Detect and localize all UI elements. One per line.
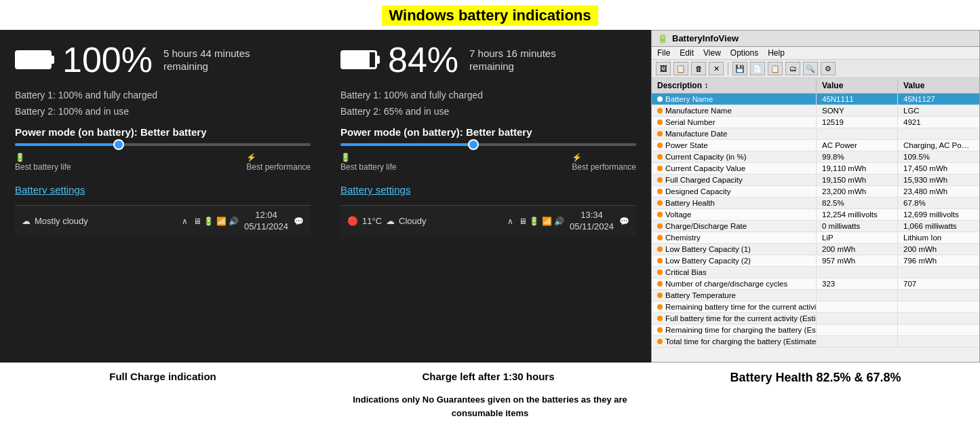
table-row[interactable]: Low Battery Capacity (1)200 mWh200 mWh bbox=[652, 244, 979, 255]
bat1-info-1: Battery 1: 100% and fully charged bbox=[15, 90, 311, 100]
table-row[interactable]: Full Charged Capacity19,150 mWh15,930 mW… bbox=[652, 174, 979, 186]
table-row[interactable]: Manufacture NameSONYLGC bbox=[652, 105, 979, 117]
taskbar-temp-2: 11°C bbox=[362, 216, 382, 226]
table-row[interactable]: Current Capacity Value19,110 mWh17,450 m… bbox=[652, 163, 979, 174]
biv-menubar[interactable]: File Edit View Options Help bbox=[652, 47, 979, 60]
row-val1 bbox=[817, 301, 898, 312]
battery-life-icon-1: 🔋 bbox=[15, 153, 25, 162]
table-row[interactable]: Battery Health82.5%67.8% bbox=[652, 198, 979, 209]
table-row[interactable]: Low Battery Capacity (2)957 mWh796 mWh bbox=[652, 255, 979, 267]
panels-container: 100% 5 hours 44 minutesremaining Battery… bbox=[0, 30, 980, 363]
menu-options[interactable]: Options bbox=[730, 48, 758, 58]
battery-main-2: 84% 7 hours 16 minutesremaining bbox=[340, 42, 636, 77]
table-row[interactable]: Battery Temperature bbox=[652, 290, 979, 301]
table-row[interactable]: Designed Capacity23,200 mWh23,480 mWh bbox=[652, 186, 979, 198]
row-val2 bbox=[898, 325, 979, 335]
slider-thumb-1[interactable] bbox=[113, 139, 124, 150]
row-val1: 323 bbox=[817, 278, 898, 289]
biv-titlebar: 🔋 BatteryInfoView bbox=[652, 31, 979, 47]
table-row[interactable]: Battery Name45N111145N1127 bbox=[652, 94, 979, 105]
row-indicator bbox=[657, 327, 663, 333]
row-indicator bbox=[657, 304, 663, 310]
weather-icon-2: ☁ bbox=[386, 216, 395, 226]
slider-container-1[interactable] bbox=[15, 143, 311, 146]
notif-container: 🔴 bbox=[347, 216, 358, 226]
taskbar-weather-1: Mostly cloudy bbox=[35, 216, 88, 226]
slider-container-2[interactable] bbox=[340, 143, 636, 146]
table-row[interactable]: Remaining time for charging the battery … bbox=[652, 325, 979, 336]
battery-time-2: 7 hours 16 minutesremaining bbox=[469, 47, 556, 73]
battery-time-1: 5 hours 44 minutesremaining bbox=[163, 47, 250, 73]
col-header-value2: Value bbox=[898, 79, 979, 92]
menu-edit[interactable]: Edit bbox=[680, 48, 694, 58]
toolbar-sep-1 bbox=[728, 62, 728, 75]
row-label: Critical Bias bbox=[665, 268, 707, 276]
biv-table-header: Description ↕ Value Value bbox=[652, 78, 979, 94]
table-row[interactable]: Voltage12,254 millivolts12,699 millivolt… bbox=[652, 209, 979, 221]
row-val2: Lithium Ion bbox=[898, 232, 979, 243]
toolbar-btn-4[interactable]: ✕ bbox=[709, 62, 724, 75]
page-title: Windows battery indications bbox=[382, 5, 597, 26]
toolbar-btn-9[interactable]: 🔍 bbox=[803, 62, 818, 75]
row-label: Chemistry bbox=[665, 234, 701, 242]
toolbar-btn-6[interactable]: 📄 bbox=[750, 62, 765, 75]
disclaimer-text: Indications only No Guarantees given on … bbox=[0, 388, 980, 420]
slider-label-left-2: 🔋 Best battery life bbox=[340, 153, 397, 172]
slider-thumb-2[interactable] bbox=[468, 139, 479, 150]
table-row[interactable]: Charge/Discharge Rate0 milliwatts1,066 m… bbox=[652, 221, 979, 232]
row-indicator bbox=[657, 119, 663, 125]
row-val2: 200 mWh bbox=[898, 244, 979, 255]
row-indicator bbox=[657, 316, 663, 321]
menu-file[interactable]: File bbox=[657, 48, 670, 58]
batteryinfoview-panel: 🔋 BatteryInfoView File Edit View Options… bbox=[651, 30, 980, 363]
row-val2: 67.8% bbox=[898, 198, 979, 208]
table-row[interactable]: Remaining battery time for the current a… bbox=[652, 301, 979, 313]
row-val1 bbox=[817, 267, 898, 278]
toolbar-btn-1[interactable]: 🖼 bbox=[656, 62, 671, 75]
power-mode-2: Power mode (on battery): Better battery bbox=[340, 126, 636, 138]
slider-track-2 bbox=[340, 143, 636, 146]
weather-icon-1: ☁ bbox=[22, 216, 31, 226]
battery-main-1: 100% 5 hours 44 minutesremaining bbox=[15, 42, 311, 77]
toolbar-btn-8[interactable]: 🗂 bbox=[785, 62, 800, 75]
toolbar-btn-7[interactable]: 📋 bbox=[768, 62, 783, 75]
table-row[interactable]: Serial Number125194921 bbox=[652, 117, 979, 128]
notif-icon: 🔴 bbox=[347, 216, 358, 226]
table-row[interactable]: Current Capacity (in %)99.8%109.5% bbox=[652, 151, 979, 163]
biv-app-icon: 🔋 bbox=[657, 33, 668, 43]
taskbar-1: ☁ Mostly cloudy ∧ 🖥 🔋 📶 🔊 12:04 05/11/20… bbox=[15, 205, 311, 237]
toolbar-btn-10[interactable]: ⚙ bbox=[821, 62, 836, 75]
toolbar-btn-5[interactable]: 💾 bbox=[732, 62, 747, 75]
table-row[interactable]: Critical Bias bbox=[652, 267, 979, 278]
slider-fill-2 bbox=[340, 143, 473, 146]
notification-icon-1[interactable]: 💬 bbox=[294, 217, 304, 226]
row-indicator bbox=[657, 166, 663, 171]
row-indicator bbox=[657, 223, 663, 229]
toolbar-btn-2[interactable]: 📋 bbox=[673, 62, 688, 75]
battery-settings-link-1[interactable]: Battery settings bbox=[15, 184, 311, 196]
notification-icon-2[interactable]: 💬 bbox=[619, 217, 629, 226]
table-row[interactable]: ChemistryLiPLithium Ion bbox=[652, 232, 979, 244]
table-row[interactable]: Power StateAC PowerCharging, AC Power bbox=[652, 140, 979, 151]
row-val2: 796 mWh bbox=[898, 255, 979, 266]
row-label: Manufacture Name bbox=[665, 107, 732, 115]
table-row[interactable]: Total time for charging the battery (Est… bbox=[652, 336, 979, 348]
table-row[interactable]: Manufacture Date bbox=[652, 128, 979, 140]
menu-view[interactable]: View bbox=[703, 48, 721, 58]
row-indicator bbox=[657, 270, 663, 275]
toolbar-btn-3[interactable]: 🗑 bbox=[691, 62, 706, 75]
row-val2 bbox=[898, 313, 979, 324]
taskbar-time-1: 12:04 05/11/2024 bbox=[244, 210, 288, 233]
row-label: Voltage bbox=[665, 210, 691, 219]
battery-settings-link-2[interactable]: Battery settings bbox=[340, 184, 636, 196]
row-indicator bbox=[657, 131, 663, 136]
taskbar-icons-2: 🖥 🔋 📶 🔊 bbox=[519, 217, 564, 226]
menu-help[interactable]: Help bbox=[768, 48, 785, 58]
caption-2: Charge left after 1:30 hours bbox=[326, 368, 651, 388]
table-row[interactable]: Full battery time for the current activi… bbox=[652, 313, 979, 325]
row-indicator bbox=[657, 339, 663, 344]
slider-fill-1 bbox=[15, 143, 119, 146]
table-row[interactable]: Number of charge/discharge cycles323707 bbox=[652, 278, 979, 290]
row-val1: SONY bbox=[817, 105, 898, 116]
col-header-description[interactable]: Description ↕ bbox=[652, 79, 817, 92]
